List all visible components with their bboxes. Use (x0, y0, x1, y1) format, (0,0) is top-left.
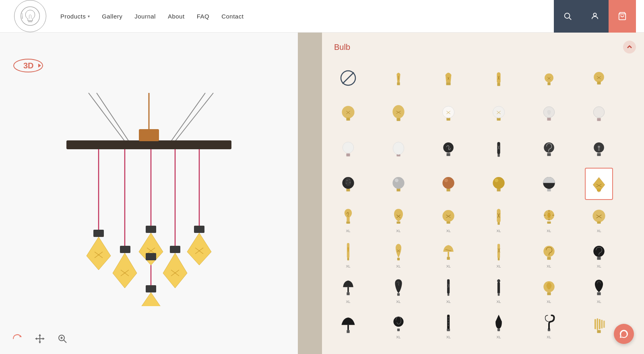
nav-about[interactable]: About (168, 13, 185, 20)
bulb-black-spiral[interactable] (434, 132, 462, 165)
main-nav: Products ▾ Gallery Journal About FAQ Con… (60, 13, 554, 20)
svg-rect-189 (447, 328, 450, 331)
rotate-control[interactable] (10, 331, 25, 346)
bulb-mushroom-xl[interactable]: XL (434, 239, 462, 271)
bulb-tubular-small[interactable] (485, 62, 513, 94)
bulb-globe-large-2[interactable] (384, 97, 413, 129)
bulb-row6-xl-2: XL (396, 264, 400, 268)
bulb-globe-silver[interactable] (384, 168, 413, 200)
svg-point-119 (346, 183, 347, 184)
bulb-globe-black-textured[interactable] (334, 168, 362, 200)
bulb-spiral-xl-2[interactable]: XL (535, 239, 563, 271)
svg-rect-97 (597, 118, 601, 121)
bulb-row6-xl-4: XL (496, 264, 501, 268)
nav-products[interactable]: Products (60, 13, 86, 20)
bulb-globe-mini[interactable] (535, 62, 563, 94)
account-button[interactable] (581, 0, 609, 33)
bulb-hook-xl[interactable]: XL (535, 309, 563, 342)
bulb-dark-spiral[interactable] (535, 132, 563, 165)
svg-point-120 (349, 182, 351, 183)
move-control[interactable] (33, 331, 47, 346)
bulb-multi-filament-xl[interactable] (585, 309, 613, 342)
nav-contact[interactable]: Contact (221, 13, 244, 20)
nav-gallery[interactable]: Gallery (102, 13, 122, 20)
bulb-teardrop-small-xl[interactable]: XL (384, 239, 413, 271)
zoom-control[interactable] (55, 331, 70, 346)
search-button[interactable] (554, 0, 581, 33)
bulb-globe-clear-2[interactable] (485, 97, 513, 129)
svg-rect-196 (599, 319, 601, 329)
bulb-xl-label-5: XL (547, 229, 551, 233)
header-actions (554, 0, 636, 33)
svg-rect-62 (397, 82, 400, 85)
svg-rect-137 (396, 221, 400, 224)
svg-rect-67 (497, 83, 500, 86)
bulb-row7-xl-5: XL (547, 300, 551, 304)
bulb-globe-white-1[interactable] (334, 132, 362, 165)
bulb-globe-mini-2[interactable] (585, 62, 613, 94)
svg-marker-133 (593, 177, 605, 192)
bulb-candle-slim[interactable] (384, 62, 413, 94)
bulb-globe-half-black[interactable] (535, 168, 563, 200)
svg-point-0 (21, 7, 40, 26)
bulb-spiral-xl[interactable]: XL (334, 203, 362, 235)
bulb-row7-xl-1: XL (346, 300, 350, 304)
svg-rect-185 (347, 330, 349, 333)
bulb-globe-white-2[interactable] (384, 132, 413, 165)
bulb-row6-xl-1: XL (346, 264, 350, 268)
bulb-row8-xl-5: XL (547, 335, 551, 339)
bulb-row6-xl-5: XL (547, 264, 551, 268)
bulb-globe-gold[interactable] (485, 168, 513, 200)
svg-rect-17 (139, 129, 159, 141)
bulb-globe-xl[interactable]: XL (434, 203, 462, 235)
chat-button[interactable] (614, 324, 634, 344)
bulb-globe-clear-3[interactable] (535, 97, 563, 129)
bulb-mushroom-dark-xl[interactable]: XL (334, 274, 362, 306)
svg-rect-109 (547, 153, 551, 156)
bulb-globe-large-1[interactable] (334, 97, 362, 129)
bulb-globe-round-xl[interactable]: XL (585, 203, 613, 235)
product-viewer: 3D (0, 33, 298, 354)
bulb-mushroom-flat-dark[interactable] (334, 309, 362, 342)
bulb-droplet-dark-xl[interactable]: XL (485, 309, 513, 342)
bulb-xl-label-2: XL (396, 229, 400, 233)
bulb-tube-black[interactable] (485, 132, 513, 165)
bulb-section-title: Bulb (334, 43, 350, 52)
bulb-row8-xl-4: XL (496, 335, 501, 339)
cart-button[interactable] (609, 0, 636, 33)
logo[interactable]: HANGOUT (8, 0, 52, 32)
bulb-coiled-xl[interactable]: XL (434, 309, 462, 342)
bulb-none[interactable] (334, 62, 362, 94)
bulb-tube-dark-xl[interactable]: XL (434, 274, 462, 306)
bulb-row6-xl-3: XL (446, 264, 451, 268)
bulb-diamond-selected[interactable] (585, 168, 613, 200)
bulb-xl-label-4: XL (496, 229, 501, 233)
bulb-globe-black-xl[interactable]: XL (585, 239, 613, 271)
bulb-globe-dark-dot[interactable] (585, 132, 613, 165)
logo-circle: HANGOUT (14, 0, 46, 32)
bulb-teardrop-xl[interactable]: XL (384, 203, 413, 235)
bulb-dark-teardrop-xl[interactable]: XL (585, 274, 613, 306)
bulb-spiral-dark-xl[interactable]: XL (384, 274, 413, 306)
svg-rect-64 (446, 82, 451, 85)
bulb-tube-xl-2[interactable]: XL (485, 239, 513, 271)
bulb-tubular-xl[interactable]: XL (334, 239, 362, 271)
bulb-grid: XL XL XL (334, 62, 636, 342)
bulb-tube-xl[interactable]: XL (485, 203, 513, 235)
bulb-globe-clear-1[interactable] (434, 97, 462, 129)
bulb-globe-clear-4[interactable] (585, 97, 613, 129)
svg-rect-83 (396, 118, 400, 121)
bulb-globe-xl-2[interactable]: XL (535, 274, 563, 306)
bulb-spiral-ornate-xl[interactable]: XL (384, 309, 413, 342)
bulb-candle[interactable] (434, 62, 462, 94)
svg-point-155 (593, 210, 605, 222)
bulb-starburst-xl[interactable]: XL (535, 203, 563, 235)
nav-faq[interactable]: FAQ (197, 13, 210, 20)
nav-journal[interactable]: Journal (134, 13, 156, 20)
bulb-globe-copper[interactable] (434, 168, 462, 200)
svg-point-84 (392, 105, 404, 118)
collapse-button[interactable] (623, 41, 636, 54)
bulb-candle-dark-xl[interactable]: XL (485, 274, 513, 306)
bulb-row7-xl-3: XL (446, 300, 451, 304)
svg-rect-174 (347, 292, 349, 295)
